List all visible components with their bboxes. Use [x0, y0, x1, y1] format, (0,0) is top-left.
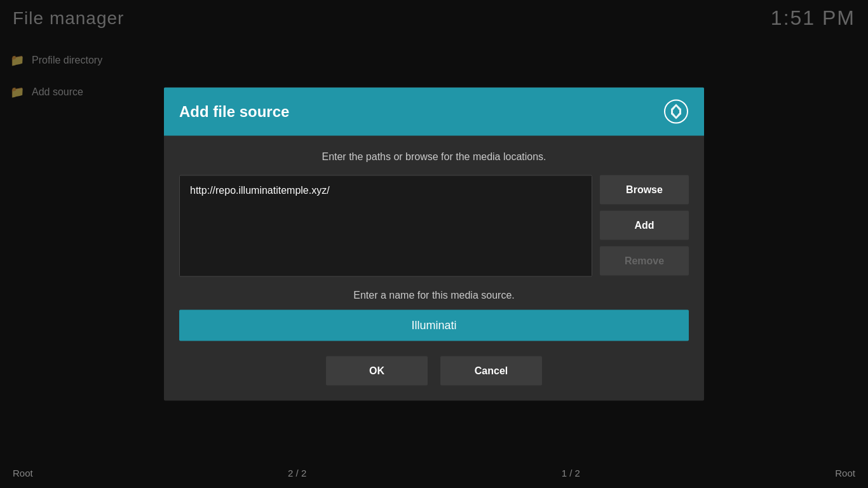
cancel-button[interactable]: Cancel — [440, 356, 542, 386]
path-buttons: Browse Add Remove — [600, 175, 689, 277]
kodi-logo-icon — [663, 99, 689, 125]
dialog-header: Add file source — [164, 88, 704, 136]
name-instruction: Enter a name for this media source. — [179, 290, 689, 301]
add-file-source-dialog: Add file source Enter the paths or brows… — [164, 88, 704, 401]
remove-button[interactable]: Remove — [600, 247, 689, 276]
add-button[interactable]: Add — [600, 211, 689, 240]
footer: Root 2 / 2 1 / 2 Root — [0, 458, 868, 488]
dialog-body: Enter the paths or browse for the media … — [164, 136, 704, 401]
path-instruction: Enter the paths or browse for the media … — [179, 151, 689, 163]
footer-right-pagination: 1 / 2 — [562, 468, 580, 478]
dialog-footer: OK Cancel — [179, 356, 689, 386]
path-row: Browse Add Remove — [179, 175, 689, 277]
dialog-title: Add file source — [179, 103, 289, 121]
footer-left-label: Root — [13, 468, 33, 478]
footer-right-label: Root — [835, 468, 855, 478]
footer-left-pagination: 2 / 2 — [288, 468, 306, 478]
name-input[interactable] — [179, 310, 689, 341]
browse-button[interactable]: Browse — [600, 175, 689, 205]
ok-button[interactable]: OK — [326, 356, 428, 386]
path-input[interactable] — [179, 175, 592, 277]
